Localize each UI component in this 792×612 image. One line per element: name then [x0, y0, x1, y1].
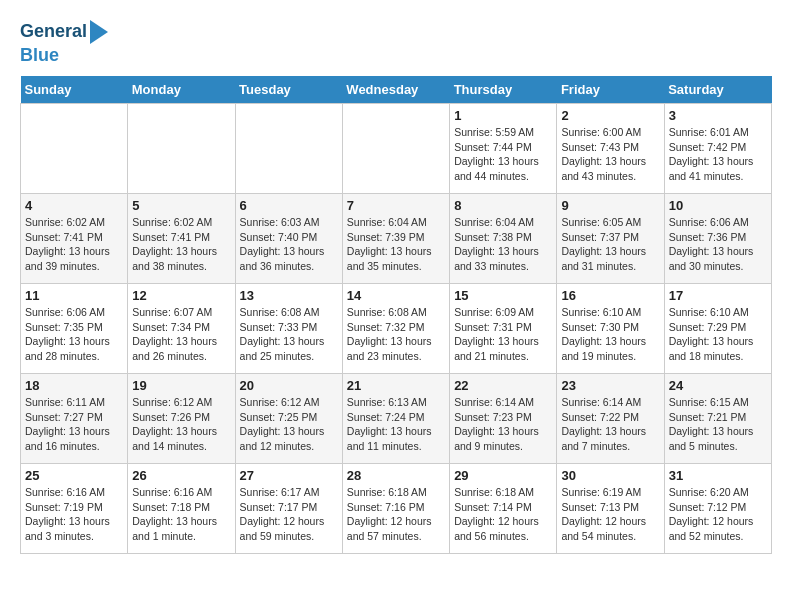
- calendar-cell: 15Sunrise: 6:09 AMSunset: 7:31 PMDayligh…: [450, 284, 557, 374]
- calendar-cell: 31Sunrise: 6:20 AMSunset: 7:12 PMDayligh…: [664, 464, 771, 554]
- calendar-cell: 8Sunrise: 6:04 AMSunset: 7:38 PMDaylight…: [450, 194, 557, 284]
- calendar-cell: 16Sunrise: 6:10 AMSunset: 7:30 PMDayligh…: [557, 284, 664, 374]
- day-number: 22: [454, 378, 552, 393]
- calendar-cell: 7Sunrise: 6:04 AMSunset: 7:39 PMDaylight…: [342, 194, 449, 284]
- logo-blue-text: Blue: [20, 45, 59, 66]
- day-number: 12: [132, 288, 230, 303]
- calendar-cell: 17Sunrise: 6:10 AMSunset: 7:29 PMDayligh…: [664, 284, 771, 374]
- logo: General Blue: [20, 20, 108, 66]
- calendar-header-thursday: Thursday: [450, 76, 557, 104]
- calendar-cell: 12Sunrise: 6:07 AMSunset: 7:34 PMDayligh…: [128, 284, 235, 374]
- day-number: 20: [240, 378, 338, 393]
- calendar-cell: [342, 104, 449, 194]
- day-number: 30: [561, 468, 659, 483]
- calendar-header-saturday: Saturday: [664, 76, 771, 104]
- calendar-cell: 28Sunrise: 6:18 AMSunset: 7:16 PMDayligh…: [342, 464, 449, 554]
- day-info: Sunrise: 6:01 AMSunset: 7:42 PMDaylight:…: [669, 125, 767, 184]
- day-info: Sunrise: 6:07 AMSunset: 7:34 PMDaylight:…: [132, 305, 230, 364]
- day-number: 18: [25, 378, 123, 393]
- day-info: Sunrise: 6:13 AMSunset: 7:24 PMDaylight:…: [347, 395, 445, 454]
- calendar-cell: [128, 104, 235, 194]
- calendar-table: SundayMondayTuesdayWednesdayThursdayFrid…: [20, 76, 772, 554]
- day-info: Sunrise: 6:16 AMSunset: 7:19 PMDaylight:…: [25, 485, 123, 544]
- day-number: 24: [669, 378, 767, 393]
- day-info: Sunrise: 6:14 AMSunset: 7:23 PMDaylight:…: [454, 395, 552, 454]
- day-number: 10: [669, 198, 767, 213]
- day-info: Sunrise: 6:03 AMSunset: 7:40 PMDaylight:…: [240, 215, 338, 274]
- logo-arrow-icon: [90, 20, 108, 44]
- calendar-cell: 9Sunrise: 6:05 AMSunset: 7:37 PMDaylight…: [557, 194, 664, 284]
- day-info: Sunrise: 6:18 AMSunset: 7:16 PMDaylight:…: [347, 485, 445, 544]
- day-info: Sunrise: 6:02 AMSunset: 7:41 PMDaylight:…: [132, 215, 230, 274]
- calendar-cell: 10Sunrise: 6:06 AMSunset: 7:36 PMDayligh…: [664, 194, 771, 284]
- calendar-week-2: 4Sunrise: 6:02 AMSunset: 7:41 PMDaylight…: [21, 194, 772, 284]
- calendar-cell: 13Sunrise: 6:08 AMSunset: 7:33 PMDayligh…: [235, 284, 342, 374]
- calendar-cell: [235, 104, 342, 194]
- calendar-cell: 20Sunrise: 6:12 AMSunset: 7:25 PMDayligh…: [235, 374, 342, 464]
- day-info: Sunrise: 6:10 AMSunset: 7:30 PMDaylight:…: [561, 305, 659, 364]
- day-number: 29: [454, 468, 552, 483]
- calendar-week-5: 25Sunrise: 6:16 AMSunset: 7:19 PMDayligh…: [21, 464, 772, 554]
- day-info: Sunrise: 6:09 AMSunset: 7:31 PMDaylight:…: [454, 305, 552, 364]
- calendar-cell: 21Sunrise: 6:13 AMSunset: 7:24 PMDayligh…: [342, 374, 449, 464]
- day-number: 23: [561, 378, 659, 393]
- calendar-cell: 14Sunrise: 6:08 AMSunset: 7:32 PMDayligh…: [342, 284, 449, 374]
- day-info: Sunrise: 6:06 AMSunset: 7:35 PMDaylight:…: [25, 305, 123, 364]
- day-info: Sunrise: 6:06 AMSunset: 7:36 PMDaylight:…: [669, 215, 767, 274]
- calendar-cell: 18Sunrise: 6:11 AMSunset: 7:27 PMDayligh…: [21, 374, 128, 464]
- day-number: 1: [454, 108, 552, 123]
- day-info: Sunrise: 6:11 AMSunset: 7:27 PMDaylight:…: [25, 395, 123, 454]
- day-number: 8: [454, 198, 552, 213]
- logo-text: General: [20, 22, 87, 42]
- calendar-header-tuesday: Tuesday: [235, 76, 342, 104]
- calendar-cell: 19Sunrise: 6:12 AMSunset: 7:26 PMDayligh…: [128, 374, 235, 464]
- calendar-cell: 22Sunrise: 6:14 AMSunset: 7:23 PMDayligh…: [450, 374, 557, 464]
- day-number: 26: [132, 468, 230, 483]
- page-header: General Blue: [20, 20, 772, 66]
- calendar-week-3: 11Sunrise: 6:06 AMSunset: 7:35 PMDayligh…: [21, 284, 772, 374]
- day-number: 19: [132, 378, 230, 393]
- day-info: Sunrise: 6:04 AMSunset: 7:39 PMDaylight:…: [347, 215, 445, 274]
- calendar-cell: 5Sunrise: 6:02 AMSunset: 7:41 PMDaylight…: [128, 194, 235, 284]
- day-number: 16: [561, 288, 659, 303]
- day-info: Sunrise: 6:17 AMSunset: 7:17 PMDaylight:…: [240, 485, 338, 544]
- day-number: 14: [347, 288, 445, 303]
- calendar-header-row: SundayMondayTuesdayWednesdayThursdayFrid…: [21, 76, 772, 104]
- day-info: Sunrise: 6:16 AMSunset: 7:18 PMDaylight:…: [132, 485, 230, 544]
- day-info: Sunrise: 6:14 AMSunset: 7:22 PMDaylight:…: [561, 395, 659, 454]
- day-info: Sunrise: 6:00 AMSunset: 7:43 PMDaylight:…: [561, 125, 659, 184]
- calendar-cell: 4Sunrise: 6:02 AMSunset: 7:41 PMDaylight…: [21, 194, 128, 284]
- day-info: Sunrise: 6:19 AMSunset: 7:13 PMDaylight:…: [561, 485, 659, 544]
- day-number: 7: [347, 198, 445, 213]
- day-info: Sunrise: 6:12 AMSunset: 7:26 PMDaylight:…: [132, 395, 230, 454]
- day-number: 27: [240, 468, 338, 483]
- calendar-cell: 23Sunrise: 6:14 AMSunset: 7:22 PMDayligh…: [557, 374, 664, 464]
- day-info: Sunrise: 6:04 AMSunset: 7:38 PMDaylight:…: [454, 215, 552, 274]
- calendar-cell: 6Sunrise: 6:03 AMSunset: 7:40 PMDaylight…: [235, 194, 342, 284]
- calendar-cell: 26Sunrise: 6:16 AMSunset: 7:18 PMDayligh…: [128, 464, 235, 554]
- day-number: 4: [25, 198, 123, 213]
- calendar-header-sunday: Sunday: [21, 76, 128, 104]
- day-number: 11: [25, 288, 123, 303]
- day-info: Sunrise: 5:59 AMSunset: 7:44 PMDaylight:…: [454, 125, 552, 184]
- day-info: Sunrise: 6:08 AMSunset: 7:33 PMDaylight:…: [240, 305, 338, 364]
- calendar-header-friday: Friday: [557, 76, 664, 104]
- calendar-cell: 11Sunrise: 6:06 AMSunset: 7:35 PMDayligh…: [21, 284, 128, 374]
- day-number: 21: [347, 378, 445, 393]
- calendar-week-1: 1Sunrise: 5:59 AMSunset: 7:44 PMDaylight…: [21, 104, 772, 194]
- day-info: Sunrise: 6:18 AMSunset: 7:14 PMDaylight:…: [454, 485, 552, 544]
- day-info: Sunrise: 6:10 AMSunset: 7:29 PMDaylight:…: [669, 305, 767, 364]
- calendar-header-wednesday: Wednesday: [342, 76, 449, 104]
- day-info: Sunrise: 6:20 AMSunset: 7:12 PMDaylight:…: [669, 485, 767, 544]
- day-number: 2: [561, 108, 659, 123]
- day-number: 9: [561, 198, 659, 213]
- day-info: Sunrise: 6:02 AMSunset: 7:41 PMDaylight:…: [25, 215, 123, 274]
- calendar-cell: 25Sunrise: 6:16 AMSunset: 7:19 PMDayligh…: [21, 464, 128, 554]
- day-number: 5: [132, 198, 230, 213]
- day-info: Sunrise: 6:12 AMSunset: 7:25 PMDaylight:…: [240, 395, 338, 454]
- calendar-cell: 2Sunrise: 6:00 AMSunset: 7:43 PMDaylight…: [557, 104, 664, 194]
- day-number: 3: [669, 108, 767, 123]
- calendar-cell: 1Sunrise: 5:59 AMSunset: 7:44 PMDaylight…: [450, 104, 557, 194]
- calendar-cell: [21, 104, 128, 194]
- day-number: 15: [454, 288, 552, 303]
